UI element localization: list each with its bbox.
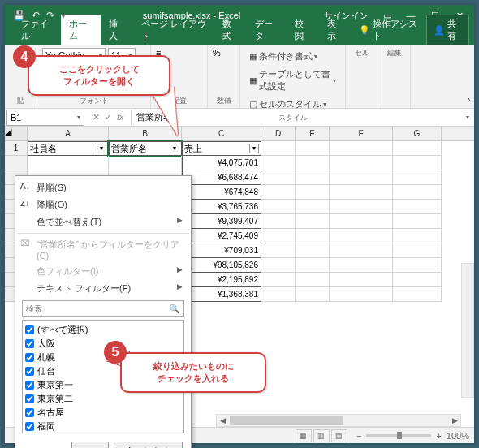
scroll-right-icon[interactable]: ▶: [449, 416, 460, 424]
data-cell[interactable]: ¥6,688,474: [182, 170, 261, 185]
cell[interactable]: [296, 258, 330, 273]
row-header-1[interactable]: 1: [5, 141, 28, 156]
cell[interactable]: [393, 287, 442, 302]
data-cell[interactable]: ¥709,031: [182, 243, 261, 258]
cell[interactable]: [296, 273, 330, 287]
scroll-thumb[interactable]: [230, 416, 343, 425]
filter-checkbox[interactable]: [25, 367, 34, 376]
cell[interactable]: [393, 229, 442, 243]
filter-check-item[interactable]: 福岡: [25, 420, 181, 433]
cell[interactable]: [330, 258, 393, 273]
col-header-d[interactable]: D: [261, 127, 296, 140]
filter-checkbox[interactable]: [25, 394, 34, 403]
cell[interactable]: [296, 287, 330, 302]
normal-view-button[interactable]: ▦: [296, 429, 312, 442]
cell[interactable]: [330, 287, 393, 302]
data-cell[interactable]: ¥2,745,409: [182, 229, 261, 243]
qat-dropdown-icon[interactable]: ▾: [61, 10, 66, 21]
cell[interactable]: [261, 229, 296, 243]
header-cell-c[interactable]: 売上▾: [182, 141, 261, 156]
save-icon[interactable]: 💾: [13, 10, 25, 21]
cell[interactable]: [393, 258, 442, 273]
filter-button-c[interactable]: ▾: [249, 144, 259, 153]
cell[interactable]: [296, 156, 330, 170]
tab-view[interactable]: 表示: [319, 15, 351, 45]
cell[interactable]: [261, 156, 296, 170]
data-cell[interactable]: ¥1,368,381: [182, 287, 261, 302]
ok-button[interactable]: OK: [71, 442, 109, 448]
collapse-ribbon-icon[interactable]: ˄: [467, 97, 471, 106]
cell[interactable]: [296, 214, 330, 229]
cell[interactable]: [330, 273, 393, 287]
cell[interactable]: [330, 214, 393, 229]
cell[interactable]: [109, 156, 182, 170]
filter-checkbox[interactable]: [25, 353, 34, 362]
cell[interactable]: [330, 243, 393, 258]
col-header-a[interactable]: A: [28, 127, 109, 140]
data-cell[interactable]: ¥9,399,407: [182, 214, 261, 229]
cell[interactable]: [28, 156, 109, 170]
filter-checkbox[interactable]: [25, 339, 34, 348]
sort-desc-item[interactable]: Z↓降順(O): [15, 196, 191, 213]
enter-formula-icon[interactable]: ✓: [105, 112, 112, 123]
format-as-table-button[interactable]: ▦テーブルとして書式設定▾: [245, 66, 340, 95]
zoom-in-button[interactable]: +: [436, 431, 441, 441]
zoom-out-button[interactable]: −: [356, 431, 361, 441]
cell[interactable]: [261, 200, 296, 214]
filter-check-item[interactable]: 東京第二: [25, 392, 181, 406]
data-cell[interactable]: ¥98,105,826: [182, 258, 261, 273]
cell[interactable]: [296, 243, 330, 258]
data-cell[interactable]: ¥3,765,736: [182, 200, 261, 214]
cancel-formula-icon[interactable]: ✕: [93, 112, 100, 123]
filter-button-a[interactable]: ▾: [97, 144, 106, 153]
sort-by-color-item[interactable]: 色で並べ替え(T)▶: [15, 213, 191, 230]
cell[interactable]: [330, 200, 393, 214]
scroll-left-icon[interactable]: ◀: [217, 416, 228, 424]
text-filter-item[interactable]: テキスト フィルター(F)▶: [15, 280, 191, 297]
col-header-c[interactable]: C: [182, 127, 261, 140]
tab-formula[interactable]: 数式: [214, 15, 246, 45]
row-header[interactable]: [5, 156, 28, 170]
cell[interactable]: [393, 200, 442, 214]
filter-check-item[interactable]: (すべて選択): [25, 323, 181, 337]
select-all-corner[interactable]: ◢: [5, 127, 28, 140]
cell[interactable]: [296, 200, 330, 214]
cell[interactable]: [296, 185, 330, 200]
expand-formula-icon[interactable]: ▾: [461, 114, 474, 121]
filter-checkbox[interactable]: [25, 408, 34, 417]
cell[interactable]: [261, 287, 296, 302]
col-header-f[interactable]: F: [330, 127, 393, 140]
conditional-format-button[interactable]: ▦条件付き書式▾: [245, 48, 340, 65]
cell[interactable]: [393, 273, 442, 287]
zoom-level[interactable]: 100%: [447, 431, 469, 441]
filter-checkbox[interactable]: [25, 422, 34, 431]
number-icon[interactable]: %: [213, 48, 221, 58]
filter-search-box[interactable]: 🔍: [22, 300, 184, 317]
redo-icon[interactable]: ↷: [46, 10, 54, 21]
cell-styles-button[interactable]: ▢セルのスタイル▾: [245, 96, 340, 113]
col-header-e[interactable]: E: [296, 127, 330, 140]
vertical-scrollbar[interactable]: [461, 263, 474, 398]
col-header-g[interactable]: G: [393, 127, 442, 140]
cell[interactable]: [393, 185, 442, 200]
page-layout-view-button[interactable]: ▥: [313, 429, 330, 442]
tab-review[interactable]: 校閲: [287, 15, 318, 45]
cell[interactable]: [261, 214, 296, 229]
cell[interactable]: [261, 170, 296, 185]
data-cell[interactable]: ¥674,848: [182, 185, 261, 200]
filter-checkbox[interactable]: [25, 381, 34, 390]
filter-button-b[interactable]: ▾: [170, 144, 179, 153]
undo-icon[interactable]: ↶: [32, 10, 40, 21]
filter-check-item[interactable]: 名古屋: [25, 406, 181, 420]
tab-insert[interactable]: 挿入: [101, 15, 132, 45]
cell[interactable]: [393, 243, 442, 258]
header-cell-b[interactable]: 営業所名▾: [109, 141, 182, 156]
tab-tellme[interactable]: 💡操作アシスト: [351, 15, 427, 45]
cell[interactable]: [261, 185, 296, 200]
cell[interactable]: [393, 156, 442, 170]
zoom-slider[interactable]: [366, 434, 431, 437]
cell[interactable]: [261, 243, 296, 258]
sort-asc-item[interactable]: A↓昇順(S): [15, 179, 191, 196]
cell[interactable]: [330, 170, 393, 185]
tab-data[interactable]: データ: [247, 15, 287, 45]
